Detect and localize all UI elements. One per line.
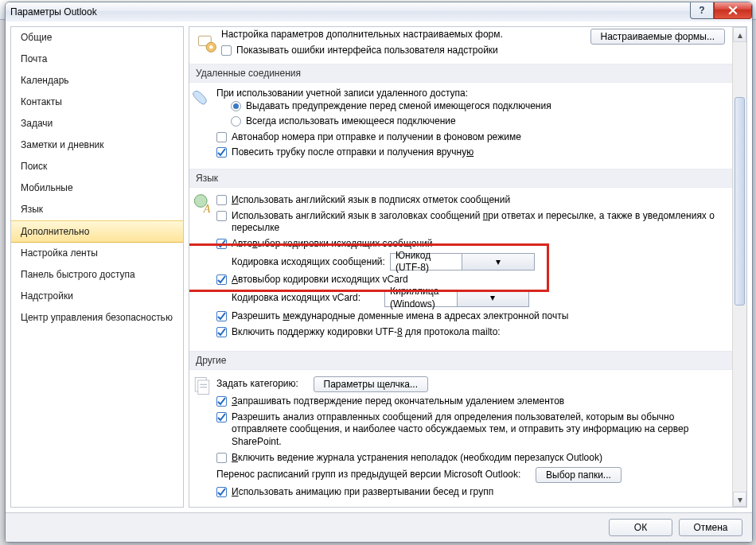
idn-checkbox[interactable] [216,311,227,321]
globe-icon: A [191,193,213,215]
troubleshoot-log-checkbox[interactable] [216,453,227,463]
outgoing-vcard-encoding-label: Кодировка исходящих vCard: [232,292,380,305]
dialup-intro: При использовании учетной записи удаленн… [216,88,728,99]
confirm-delete-label: Запрашивать подтверждение перед окончате… [232,395,728,408]
show-addin-errors-label: Показывать ошибки интерфейса пользовател… [236,45,728,57]
hangup-checkbox[interactable] [216,147,227,158]
sidebar-item-0[interactable]: Общие [11,27,183,49]
cancel-button[interactable]: Отмена [679,519,742,536]
chevron-down-icon: ▾ [457,290,529,306]
dialog-titlebar[interactable]: Параметры Outlook ? [6,2,752,22]
documents-icon [191,375,213,397]
sidebar-item-12[interactable]: Надстройки [11,286,183,307]
confirm-delete-checkbox[interactable] [216,396,227,407]
hangup-label: Повесить трубку после отправки и получен… [232,146,728,159]
close-icon [728,6,738,15]
auto-encoding-label: Автовыбор кодировки исходящих сообщений [232,238,728,251]
outgoing-encoding-label: Кодировка исходящих сообщений: [232,256,385,269]
dialog-title: Параметры Outlook [10,6,97,18]
sidebar-item-2[interactable]: Календарь [11,70,183,91]
auto-vcard-encoding-checkbox[interactable] [216,274,227,285]
click-options-button[interactable]: Параметры щелчка... [314,376,429,392]
show-addin-errors-checkbox[interactable] [221,45,232,56]
section-dialup-header: Удаленные соединения [189,64,733,83]
autodial-checkbox[interactable] [216,132,227,142]
help-button[interactable]: ? [690,2,714,19]
animate-expand-label: Использовать анимацию при развертывании … [232,486,728,499]
migrate-label: Перенос расписаний групп из предыдущей в… [216,469,520,481]
category-sidebar: ОбщиеПочтаКалендарьКонтактыЗадачиЗаметки… [10,26,184,508]
outgoing-vcard-encoding-value: Кириллица (Windows) [385,286,457,310]
scroll-up-icon[interactable]: ▴ [733,27,746,42]
settings-panel: Настройка параметров дополнительных наст… [189,26,747,508]
custom-forms-button[interactable]: Настраиваемые формы... [590,29,725,45]
animate-expand-checkbox[interactable] [216,487,227,497]
mailto-utf8-checkbox[interactable] [216,327,227,337]
options-dialog: Параметры Outlook ? ОбщиеПочтаКалендарьК… [5,2,753,543]
section-other-header: Другие [189,351,733,370]
dialup-always-label: Всегда использовать имеющееся подключени… [246,115,728,128]
sidebar-item-8[interactable]: Язык [11,199,183,220]
forms-icon [196,32,218,54]
outgoing-encoding-combo[interactable]: Юникод (UTF-8)▾ [390,253,535,271]
sidebar-item-10[interactable]: Настройка ленты [11,243,183,264]
scroll-down-icon[interactable]: ▾ [733,492,746,507]
idn-label: Разрешить международные доменные имена в… [232,310,728,323]
outgoing-encoding-value: Юникод (UTF-8) [391,250,462,274]
section-lang-header: Язык [189,169,733,188]
dialup-warn-label: Выдавать предупреждение перед сменой име… [246,100,728,113]
auto-encoding-checkbox[interactable] [216,239,227,249]
ok-button[interactable]: ОК [609,519,672,536]
dialup-always-radio[interactable] [231,116,241,127]
sidebar-item-13[interactable]: Центр управления безопасностью [11,307,183,329]
svg-text:A: A [203,202,211,214]
sidebar-item-3[interactable]: Контакты [11,91,183,113]
sidebar-item-6[interactable]: Поиск [11,156,183,177]
chevron-down-icon: ▾ [462,254,534,270]
eng-headers-checkbox[interactable] [216,211,227,221]
analyze-sent-checkbox[interactable] [216,412,227,422]
troubleshoot-log-label: Включить ведение журнала устранения непо… [232,452,728,465]
sidebar-item-9[interactable]: Дополнительно [11,220,183,243]
phone-icon [191,88,213,110]
svg-point-2 [209,45,212,49]
scroll-thumb[interactable] [735,97,745,306]
sidebar-item-4[interactable]: Задачи [11,113,183,134]
eng-signature-label: Использовать английский язык в подписях … [232,194,728,207]
sidebar-item-11[interactable]: Панель быстрого доступа [11,264,183,286]
eng-headers-label: Использовать английский язык в заголовка… [232,210,728,235]
choose-folder-button[interactable]: Выбор папки... [536,467,622,483]
auto-vcard-encoding-label: Автовыбор кодировки исходящих vCard [232,274,728,286]
vertical-scrollbar[interactable]: ▴ ▾ [732,27,746,507]
sidebar-item-5[interactable]: Заметки и дневник [11,134,183,156]
close-button[interactable] [714,2,752,19]
analyze-sent-label: Разрешить анализ отправленных сообщений … [232,411,728,449]
eng-signature-checkbox[interactable] [216,195,227,205]
dialup-warn-radio[interactable] [231,101,241,111]
autodial-label: Автонабор номера при отправке и получени… [232,131,728,144]
mailto-utf8-label: Включить поддержку кодировки UTF-8 для п… [232,326,728,339]
sidebar-item-7[interactable]: Мобильные [11,177,183,199]
outgoing-vcard-encoding-combo[interactable]: Кириллица (Windows)▾ [384,290,529,307]
sidebar-item-1[interactable]: Почта [11,49,183,70]
set-category-label: Задать категорию: [216,378,298,391]
